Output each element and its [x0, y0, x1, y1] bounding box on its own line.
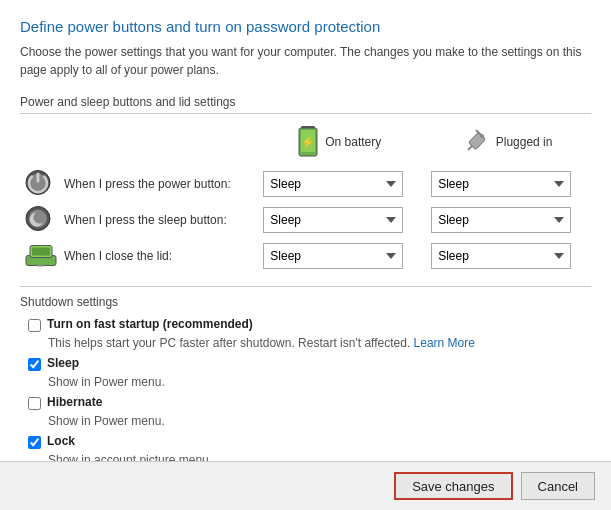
battery-label: On battery: [325, 135, 381, 149]
svg-text:⚡: ⚡: [301, 135, 315, 149]
checkbox-row-hibernate: Hibernate: [28, 395, 591, 410]
section1-label: Power and sleep buttons and lid settings: [20, 95, 591, 114]
battery-select-0[interactable]: Do nothingSleepHibernateShut down: [263, 171, 403, 197]
battery-icon: ⚡: [297, 126, 319, 158]
main-page: Define power buttons and turn on passwor…: [0, 0, 611, 510]
battery-column-header: ⚡ On battery: [263, 126, 415, 158]
row-label-1: When I press the sleep button:: [20, 202, 255, 238]
pluggedin-select-2[interactable]: Do nothingSleepHibernateShut down: [431, 243, 571, 269]
row-label-2: When I close the lid:: [20, 238, 255, 274]
battery-select-1[interactable]: Do nothingSleepHibernateShut down: [263, 207, 403, 233]
sleep-icon: [24, 205, 52, 236]
lid-icon: [24, 242, 58, 271]
checkbox-row-sleep: Sleep: [28, 356, 591, 371]
bottom-bar: Save changes Cancel: [0, 461, 611, 510]
checkbox-fast_startup[interactable]: [28, 319, 41, 332]
checkbox-title-sleep: Sleep: [47, 356, 79, 370]
pluggedin-select-cell-0: Do nothingSleepHibernateShut down: [423, 166, 591, 202]
checkbox-sleep[interactable]: [28, 358, 41, 371]
table-row: When I press the power button:Do nothing…: [20, 166, 591, 202]
svg-rect-15: [32, 248, 50, 256]
battery-select-cell-2: Do nothingSleepHibernateShut down: [255, 238, 423, 274]
table-row: When I press the sleep button:Do nothing…: [20, 202, 591, 238]
shutdown-items-container: Turn on fast startup (recommended)This h…: [20, 317, 591, 467]
battery-select-cell-0: Do nothingSleepHibernateShut down: [255, 166, 423, 202]
page-description: Choose the power settings that you want …: [20, 43, 591, 79]
save-button[interactable]: Save changes: [394, 472, 512, 500]
checkbox-hibernate[interactable]: [28, 397, 41, 410]
pluggedin-select-cell-1: Do nothingSleepHibernateShut down: [423, 202, 591, 238]
checkbox-desc-sleep: Show in Power menu.: [28, 375, 591, 389]
learn-more-link[interactable]: Learn More: [414, 336, 475, 350]
svg-point-7: [480, 134, 484, 138]
svg-line-6: [468, 146, 472, 150]
pluggedin-column-header: Plugged in: [431, 128, 583, 156]
shutdown-section-label: Shutdown settings: [20, 295, 591, 309]
checkbox-desc-fast_startup: This helps start your PC faster after sh…: [28, 336, 591, 350]
svg-rect-10: [37, 173, 40, 183]
page-title: Define power buttons and turn on passwor…: [20, 18, 591, 35]
pluggedin-select-0[interactable]: Do nothingSleepHibernateShut down: [431, 171, 571, 197]
pluggedin-select-cell-2: Do nothingSleepHibernateShut down: [423, 238, 591, 274]
checkbox-title-fast_startup: Turn on fast startup (recommended): [47, 317, 253, 331]
battery-select-cell-1: Do nothingSleepHibernateShut down: [255, 202, 423, 238]
pluggedin-select-1[interactable]: Do nothingSleepHibernateShut down: [431, 207, 571, 233]
checkbox-lock[interactable]: [28, 436, 41, 449]
cancel-button[interactable]: Cancel: [521, 472, 595, 500]
checkbox-title-lock: Lock: [47, 434, 75, 448]
plug-icon: [462, 128, 490, 156]
checkbox-desc-hibernate: Show in Power menu.: [28, 414, 591, 428]
checkbox-row-lock: Lock: [28, 434, 591, 449]
table-row: When I close the lid:Do nothingSleepHibe…: [20, 238, 591, 274]
power-settings-table: ⚡ On battery Plugged in: [20, 122, 591, 274]
pluggedin-label: Plugged in: [496, 135, 553, 149]
checkbox-row-fast_startup: Turn on fast startup (recommended): [28, 317, 591, 332]
row-label-0: When I press the power button:: [20, 166, 255, 202]
battery-select-2[interactable]: Do nothingSleepHibernateShut down: [263, 243, 403, 269]
shutdown-section: Shutdown settings Turn on fast startup (…: [20, 286, 591, 467]
power-icon: [24, 169, 52, 200]
checkbox-title-hibernate: Hibernate: [47, 395, 102, 409]
